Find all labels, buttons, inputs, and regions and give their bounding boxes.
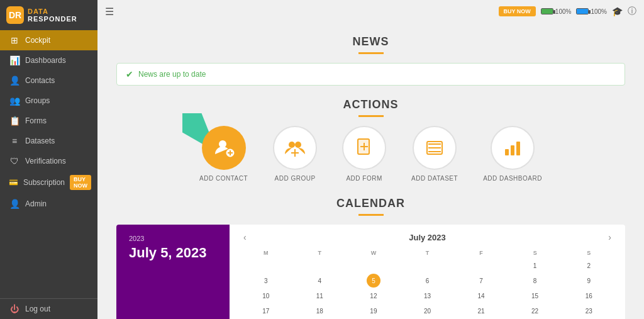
actions-underline (358, 115, 384, 117)
add-dashboard-icon (491, 126, 535, 170)
calendar-header: T (294, 249, 347, 257)
calendar-header: W (347, 249, 400, 257)
sidebar-item-cockpit[interactable]: ⊞ Cockpit (0, 30, 97, 50)
calendar-day[interactable]: 5 (367, 274, 380, 288)
groups-icon: 👥 (9, 96, 20, 106)
sidebar-item-label: Datasets (25, 137, 55, 145)
calendar-day[interactable]: 21 (474, 304, 488, 318)
calendar-title: CALENDAR (116, 197, 625, 210)
calendar-day[interactable]: 10 (259, 289, 273, 303)
sidebar-item-label: Groups (25, 96, 50, 105)
dashboards-icon: 📊 (9, 55, 20, 65)
news-check-icon: ✔ (126, 69, 133, 79)
svg-rect-20 (516, 142, 520, 155)
buy-now-button[interactable]: BUY NOW (499, 6, 536, 16)
datasets-icon: ≡ (9, 136, 20, 146)
calendar-day[interactable]: 6 (420, 274, 434, 288)
add-contact-icon (202, 126, 246, 170)
help-icon[interactable]: ⓘ (628, 6, 636, 17)
action-add-form[interactable]: ADD FORM (342, 126, 386, 182)
subscription-icon: 💳 (9, 178, 18, 187)
calendar-underline (358, 214, 384, 216)
calendar-day[interactable]: 3 (259, 274, 273, 288)
verifications-icon: 🛡 (9, 156, 20, 166)
calendar-day[interactable]: 7 (474, 274, 488, 288)
calendar-day[interactable]: 17 (259, 304, 273, 318)
sidebar-item-label: Forms (25, 116, 47, 125)
contacts-icon: 👤 (9, 76, 20, 86)
action-add-contact[interactable]: ADD CONTACT (199, 126, 248, 182)
calendar-day[interactable]: 15 (528, 289, 542, 303)
calendar-day[interactable]: 18 (313, 304, 326, 318)
sidebar-item-subscription[interactable]: 💳 Subscription BUY NOW (0, 171, 97, 194)
sidebar-item-logout[interactable]: ⏻ Log out (0, 299, 97, 319)
main-content: ☰ BUY NOW 100% 100% 🎓 ⓘ NEWS ✔ News are … (97, 0, 644, 319)
calendar-day[interactable]: 20 (420, 304, 434, 318)
battery1-pct: 100% (555, 8, 572, 15)
sidebar-item-label: Verifications (25, 157, 66, 165)
sidebar-item-label: Admin (25, 199, 47, 208)
sidebar-item-dashboards[interactable]: 📊 Dashboards (0, 50, 97, 70)
calendar-section: CALENDAR 2023 July 5, 2023 ‹ July 2023 ›… (116, 197, 625, 319)
sidebar-item-groups[interactable]: 👥 Groups (0, 91, 97, 111)
battery2-pct: 100% (591, 8, 607, 15)
action-add-dataset[interactable]: ADD DATASET (411, 126, 458, 182)
calendar-day[interactable]: 23 (582, 304, 596, 318)
actions-section: ACTIONS (116, 98, 625, 182)
calendar-day[interactable]: 9 (582, 274, 596, 288)
graduation-icon[interactable]: 🎓 (612, 6, 623, 16)
calendar-empty (313, 259, 326, 272)
calendar-day[interactable]: 22 (528, 304, 542, 318)
calendar-header: M (240, 249, 292, 257)
sidebar-item-admin[interactable]: 👤 Admin (0, 194, 97, 214)
menu-icon[interactable]: ☰ (105, 6, 114, 18)
cockpit-icon: ⊞ (9, 35, 20, 45)
news-underline (358, 52, 384, 54)
news-status-text: News are up to date (138, 70, 206, 79)
action-add-dashboard[interactable]: ADD DASHBOARD (483, 126, 542, 182)
calendar-day[interactable]: 1 (528, 259, 542, 272)
calendar-day[interactable]: 16 (582, 289, 596, 303)
calendar-nav: ‹ July 2023 › (240, 231, 615, 243)
actions-row: ADD CONTACT ADD GROUP (116, 126, 625, 182)
calendar-empty (420, 259, 434, 272)
sidebar-item-label: Dashboards (25, 56, 66, 65)
add-dataset-icon (413, 126, 457, 170)
sidebar-item-verifications[interactable]: 🛡 Verifications (0, 151, 97, 171)
calendar-empty (367, 259, 380, 272)
logo-text: DATA RESPONDER (28, 8, 77, 23)
calendar-day[interactable]: 19 (367, 304, 380, 318)
news-section: NEWS ✔ News are up to date (116, 35, 625, 86)
calendar-prev-button[interactable]: ‹ (240, 231, 250, 243)
svg-point-7 (295, 142, 301, 148)
calendar-day[interactable]: 2 (582, 259, 596, 272)
calendar-day[interactable]: 4 (313, 274, 326, 288)
svg-rect-19 (511, 145, 514, 155)
news-title: NEWS (116, 35, 625, 48)
sidebar-item-contacts[interactable]: 👤 Contacts (0, 70, 97, 91)
logo-icon: DR (6, 6, 24, 24)
buy-now-badge[interactable]: BUY NOW (70, 175, 91, 190)
sidebar-item-datasets[interactable]: ≡ Datasets (0, 131, 97, 151)
calendar-grid: MTWTFSS123456789101112131415161718192021… (240, 249, 615, 318)
calendar-next-button[interactable]: › (604, 231, 615, 243)
svg-point-6 (289, 142, 295, 148)
sidebar-item-forms[interactable]: 📋 Forms (0, 111, 97, 131)
add-contact-label: ADD CONTACT (199, 175, 248, 182)
action-add-group[interactable]: ADD GROUP (273, 126, 317, 182)
sidebar-item-label: Cockpit (25, 36, 50, 45)
actions-title: ACTIONS (116, 98, 625, 111)
calendar-day[interactable]: 12 (367, 289, 380, 303)
calendar-day[interactable]: 14 (474, 289, 488, 303)
calendar-day[interactable]: 11 (313, 289, 326, 303)
add-group-label: ADD GROUP (275, 175, 316, 182)
calendar-year: 2023 (129, 235, 217, 242)
battery2: 100% (576, 8, 607, 15)
calendar-day[interactable]: 8 (528, 274, 542, 288)
add-form-label: ADD FORM (346, 175, 382, 182)
calendar-widget: 2023 July 5, 2023 ‹ July 2023 › MTWTFSS1… (116, 225, 625, 319)
calendar-header: S (562, 249, 615, 257)
add-group-icon (273, 126, 317, 170)
calendar-header: T (401, 249, 454, 257)
calendar-day[interactable]: 13 (420, 289, 434, 303)
